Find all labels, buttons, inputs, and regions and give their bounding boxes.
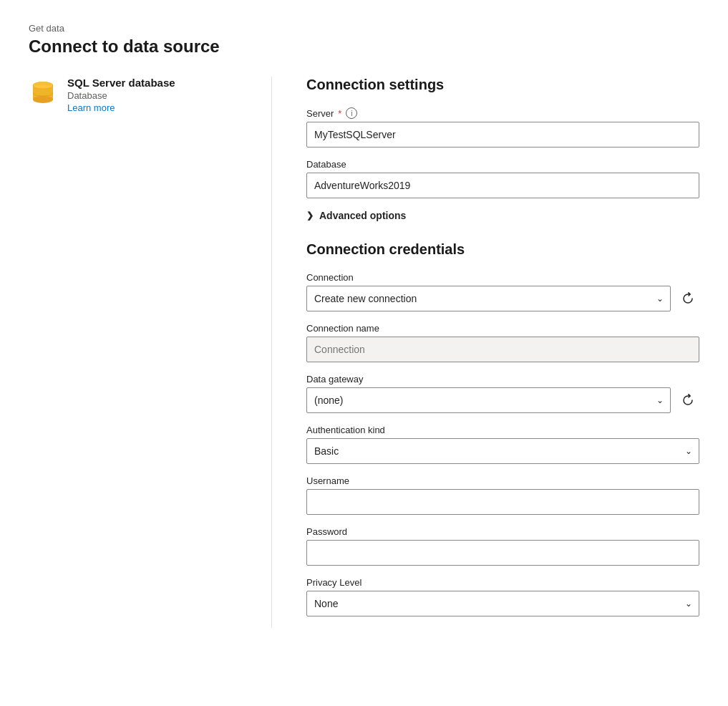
connection-refresh-button[interactable]: [676, 287, 699, 310]
password-input[interactable]: [306, 540, 699, 566]
advanced-options-toggle[interactable]: ❯ Advanced options: [306, 210, 699, 221]
privacy-level-dropdown-wrapper: None ⌄: [306, 591, 699, 616]
datasource-type: Database: [67, 90, 175, 101]
auth-kind-label: Authentication kind: [306, 425, 699, 435]
left-panel: SQL Server database Database Learn more: [29, 77, 272, 628]
page-title: Connect to data source: [29, 37, 699, 57]
auth-kind-field-group: Authentication kind Basic ⌄: [306, 425, 699, 464]
connection-dropdown[interactable]: Create new connection: [306, 286, 671, 311]
gateway-refresh-icon: [681, 394, 694, 407]
data-gateway-refresh-button[interactable]: [676, 389, 699, 412]
learn-more-link[interactable]: Learn more: [67, 102, 175, 113]
credentials-section: Connection credentials Connection Create…: [306, 241, 699, 616]
password-field-group: Password: [306, 526, 699, 566]
data-gateway-label: Data gateway: [306, 374, 699, 385]
connection-label: Connection: [306, 272, 699, 283]
database-label: Database: [306, 159, 699, 170]
connection-name-field-group: Connection name: [306, 323, 699, 362]
username-label: Username: [306, 475, 699, 486]
svg-point-3: [33, 82, 53, 89]
connection-credentials-title: Connection credentials: [306, 241, 699, 258]
auth-kind-dropdown-wrapper: Basic ⌄: [306, 438, 699, 464]
connection-field-group: Connection Create new connection ⌄: [306, 272, 699, 311]
refresh-icon: [681, 292, 694, 305]
privacy-level-field-group: Privacy Level None ⌄: [306, 577, 699, 616]
privacy-level-dropdown[interactable]: None: [306, 591, 699, 616]
page-subtitle: Get data: [29, 23, 699, 34]
datasource-item: SQL Server database Database Learn more: [29, 77, 248, 113]
connection-dropdown-row: Create new connection ⌄: [306, 286, 699, 311]
data-gateway-field-group: Data gateway (none) ⌄: [306, 374, 699, 413]
database-field-group: Database: [306, 159, 699, 198]
database-icon: [29, 78, 57, 107]
connection-name-input[interactable]: [306, 337, 699, 362]
server-field-group: Server * i: [306, 107, 699, 148]
database-input[interactable]: [306, 173, 699, 198]
chevron-right-icon: ❯: [306, 211, 314, 221]
datasource-info: SQL Server database Database Learn more: [67, 77, 175, 113]
data-gateway-dropdown-wrapper: (none) ⌄: [306, 387, 671, 413]
password-label: Password: [306, 526, 699, 537]
privacy-level-label: Privacy Level: [306, 577, 699, 588]
data-gateway-dropdown-row: (none) ⌄: [306, 387, 699, 413]
data-gateway-dropdown[interactable]: (none): [306, 387, 671, 413]
server-required-asterisk: *: [338, 108, 341, 119]
server-label: Server * i: [306, 107, 699, 119]
right-panel: Connection settings Server * i Database …: [272, 77, 699, 628]
username-field-group: Username: [306, 475, 699, 515]
server-input[interactable]: [306, 122, 699, 148]
connection-name-label: Connection name: [306, 323, 699, 334]
connection-settings-title: Connection settings: [306, 77, 699, 93]
svg-point-2: [33, 96, 53, 103]
advanced-options-label: Advanced options: [319, 210, 406, 221]
auth-kind-dropdown[interactable]: Basic: [306, 438, 699, 464]
server-info-icon[interactable]: i: [346, 107, 357, 119]
connection-dropdown-wrapper: Create new connection ⌄: [306, 286, 671, 311]
username-input[interactable]: [306, 489, 699, 515]
datasource-name: SQL Server database: [67, 77, 175, 89]
